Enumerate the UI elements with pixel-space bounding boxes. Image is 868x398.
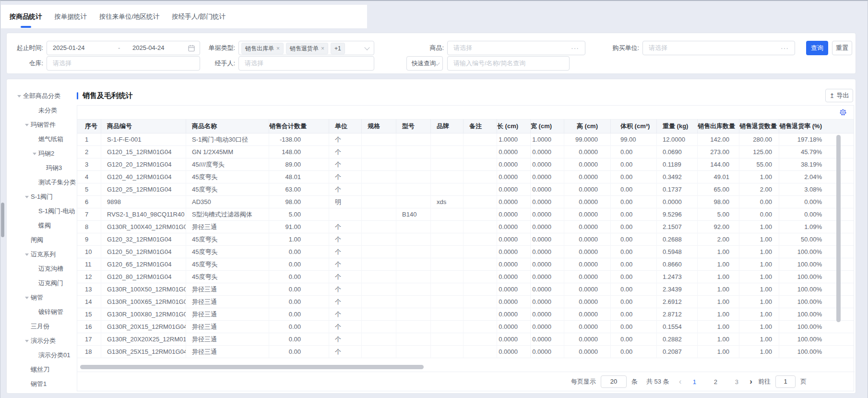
doc-type-tag[interactable]: 销售出库单× [241,43,284,54]
tree-item[interactable]: 全部商品分类 [7,89,77,103]
goto-page-input[interactable]: 1 [775,375,796,388]
table-row[interactable]: 10G120_50_12RM01G0445度弯头0.00个0.00000.000… [77,246,854,258]
table-row[interactable]: 16G130R_20X15_12RM01G04异径三通0.00个0.00000.… [77,321,854,333]
table-cell [464,346,497,358]
date-start-value[interactable]: 2025-01-24 [53,41,85,55]
table-row[interactable]: 8G130R_100X40_12RM01G04异径三通91.00个0.00000… [77,221,854,233]
tree-item[interactable]: 玛钢管件 [7,118,77,132]
table-cell [396,146,431,158]
tree-item[interactable]: 演示分类01 [7,348,77,362]
prev-page-icon[interactable]: ‹ [678,377,683,386]
tag-close-icon[interactable]: × [321,45,324,52]
gear-icon[interactable] [839,109,847,118]
vertical-scrollbar-thumb[interactable] [836,135,841,322]
tree-item[interactable]: S-1阀门-电动 [7,204,77,218]
tree-item[interactable]: 迈克沟槽 [7,262,77,276]
column-header: 销售退货数量 [739,119,779,133]
tree-item[interactable]: 螺丝刀 [7,362,77,377]
tree-item[interactable]: 演示分类 [7,334,77,348]
table-cell: 0.0000 [531,233,564,246]
table-cell [362,346,396,358]
expand-arrow-icon[interactable] [33,153,36,155]
date-end-value[interactable]: 2025-04-24 [132,41,165,55]
tree-item[interactable]: S-1阀门 [7,190,77,204]
tree-item-label: 闸阀 [31,233,43,247]
expand-arrow-icon[interactable] [25,340,29,342]
doc-type-more-tag[interactable]: +1 [331,43,345,54]
tree-item[interactable]: 玛钢2 [7,146,77,161]
doc-type-select[interactable]: 销售出库单×销售退货单×+1 [238,41,374,55]
quick-search-select[interactable]: 快速查询 [406,56,443,71]
table-row[interactable]: 13G130R_100X50_12RM01G04异径三通0.00个0.00000… [77,283,854,296]
table-cell: 0.00 [269,346,329,358]
tab-4[interactable]: 按经手人/部门统计 [172,5,226,28]
page-number-3[interactable]: 3 [729,378,744,386]
table-row[interactable]: 69898AD35098.00明xds0.00000.00000.00000.0… [77,196,854,208]
table-row[interactable]: 3G120_20_12RM01G0445////度弯头89.00个0.00000… [77,158,854,171]
next-page-icon[interactable]: › [749,377,753,386]
doc-type-tags: 销售出库单×销售退货单×+1 [241,43,345,54]
handler-select[interactable]: 请选择 [238,56,374,71]
tag-close-icon[interactable]: × [276,45,280,52]
more-options-icon[interactable]: ··· [781,41,789,55]
table-row[interactable]: 7RVS2-1_B140_98CQ11R40S型沟槽式过滤器阀体5.00B140… [77,208,854,221]
tree-item[interactable]: 未分类 [7,103,77,118]
date-range-input[interactable]: 2025-01-24 - 2025-04-24 [47,41,200,55]
tree-item[interactable]: 迈克系列 [7,247,77,262]
tab-2[interactable]: 按单据统计 [55,5,87,28]
table-cell [396,183,431,196]
tree-item[interactable]: 镀锌钢管 [7,305,77,319]
table-cell [464,271,497,283]
table-row[interactable]: 14G130R_100X65_12RM01G04异径三通0.00个0.00000… [77,296,854,308]
tree-item[interactable]: 测试子集分类 [7,175,77,190]
tree-item[interactable]: 钢管1 [7,377,77,391]
table-cell: 0.0000 [497,271,531,283]
per-page-input[interactable]: 20 [601,375,627,388]
table-cell [362,208,396,221]
table-row[interactable]: 12G120_80_12RM01G0445度弯头0.00个0.00000.000… [77,271,854,283]
table-row[interactable]: 11G120_65_12RM01G0445度弯头0.00个0.00000.000… [77,258,854,271]
table-cell: 0.0000 [564,271,611,283]
tree-item[interactable]: 玛钢3 [7,161,77,175]
table-row[interactable]: 2G120_15_12RM01G04GN 1/2X45MM148.00个0.00… [77,146,854,158]
more-options-icon[interactable]: ··· [571,41,579,55]
warehouse-select[interactable]: 请选择 [47,56,200,71]
table-cell: 1 [77,133,101,146]
table-cell: 50.00% [779,233,854,246]
table-cell: G130R_20X15_12RM01G04 [101,321,186,333]
page-number-2[interactable]: 2 [708,378,723,386]
table-row[interactable]: 15G130R_100X80_12RM01G04异径三通0.00个0.00000… [77,308,854,321]
table-row[interactable]: 18G130R_25X15_12RM01G04异径三通0.00个0.00000.… [77,346,854,358]
calendar-icon[interactable] [188,45,195,53]
expand-arrow-icon[interactable] [25,253,29,256]
table-row[interactable]: 5G120_25_12RM01G0445度弯头63.00个0.00000.000… [77,183,854,196]
expand-arrow-icon[interactable] [17,95,21,97]
expand-arrow-icon[interactable] [25,297,29,299]
tree-item[interactable]: 闸阀 [7,233,77,247]
tree-item[interactable]: 三月份 [7,319,77,334]
reset-button[interactable]: 重置 [832,41,852,55]
horizontal-scrollbar-thumb[interactable] [80,365,424,369]
tree-item[interactable]: 蝶阀 [7,218,77,233]
doc-type-tag[interactable]: 销售退货单× [286,43,328,54]
buyer-select[interactable]: 请选择 ··· [642,41,795,55]
product-select[interactable]: 请选择 ··· [447,41,585,55]
table-cell [362,171,396,183]
table-cell [464,283,497,296]
page-scrollbar-thumb[interactable] [1,203,4,237]
table-row[interactable]: 4G120_40_12RM01G0445度弯头48.01个0.00000.000… [77,171,854,183]
keyword-search-input[interactable]: 请输入编号/名称/简名查询 [447,56,570,71]
tree-item[interactable]: 钢管 [7,290,77,305]
search-button[interactable]: 查询 [806,41,828,55]
expand-arrow-icon[interactable] [25,196,29,198]
expand-arrow-icon[interactable] [25,124,29,126]
tab-3[interactable]: 按往来单位/地区统计 [99,5,159,28]
tree-item[interactable]: 燃气纸箱 [7,132,77,146]
table-row[interactable]: 1S-1-F-E-001S-1阀门-电动30口径-138.00个1.00001.… [77,133,854,146]
table-row[interactable]: 17G130R_20X20X25_12RM01G...异径三通0.00个0.00… [77,333,854,346]
table-row[interactable]: 9G120_32_12RM01G0445度弯头1.00个0.00000.0000… [77,233,854,246]
tab-1[interactable]: 按商品统计 [10,5,42,28]
page-number-1[interactable]: 1 [687,378,702,386]
export-button[interactable]: ↥ 导出 [825,89,853,102]
tree-item[interactable]: 迈克阀门 [7,276,77,290]
